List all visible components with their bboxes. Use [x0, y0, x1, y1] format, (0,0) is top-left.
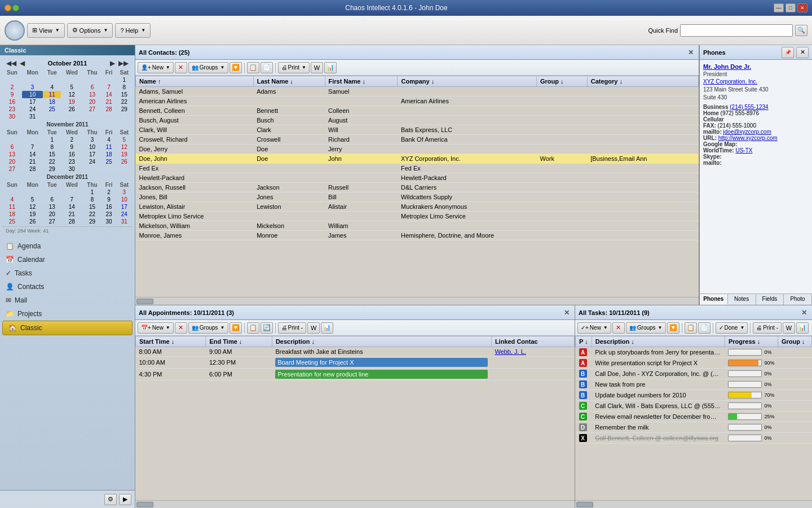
task-row[interactable]: B Update budget numbers for 2010 70% [576, 390, 812, 401]
col-company[interactable]: Company ↓ [398, 76, 537, 87]
appointments-copy2-button[interactable]: 📋 [247, 322, 259, 334]
cal-day[interactable]: 31 [22, 113, 43, 120]
cal-day[interactable]: 18 [43, 98, 61, 106]
contact-row[interactable]: Lewiston, Alistair Lewiston Alistair Muc… [136, 202, 699, 212]
task-row[interactable]: B New task from pre 0% [576, 379, 812, 390]
appointments-scrollbar-thumb[interactable] [136, 502, 153, 507]
cal-day[interactable]: 28 [61, 218, 82, 225]
cal-day[interactable]: 22 [116, 98, 133, 106]
cal-day[interactable]: 25 [102, 158, 116, 165]
task-row[interactable]: A Pick up storyboards from Jerry for pre… [576, 347, 812, 358]
cal-day[interactable]: 28 [102, 106, 116, 113]
email-link[interactable]: jdoe@xyzcorp.com [723, 129, 771, 135]
tasks-new-button[interactable]: ✓+ New ▼ [577, 322, 611, 334]
contacts-scrollbar[interactable] [135, 297, 699, 305]
sidebar-item-contacts[interactable]: 👤 Contacts [0, 280, 135, 294]
task-row[interactable]: B Call Doe, John - XYZ Corporation, Inc.… [576, 369, 812, 379]
cal-day[interactable]: 14 [61, 203, 82, 211]
prev-month-single-button[interactable]: ◀ [18, 59, 27, 68]
cal-day[interactable]: 7 [102, 84, 116, 91]
cal-day[interactable]: 18 [102, 151, 116, 158]
contacts-close-button[interactable]: ✕ [686, 48, 695, 57]
contact-row[interactable]: Doe, John Doe John XYZ Corporation, Inc.… [136, 154, 699, 164]
cal-day[interactable]: 24 [83, 158, 102, 165]
view-menu-button[interactable]: ⊞ View ▼ [27, 23, 65, 38]
cal-day[interactable]: 23 [61, 158, 82, 165]
cal-day[interactable]: 29 [83, 218, 102, 225]
task-row[interactable]: C Call Clark, Will - Bats Express, LLC @… [576, 401, 812, 411]
cal-day[interactable]: 21 [22, 158, 43, 165]
cal-day[interactable]: 5 [22, 196, 43, 203]
cal-day[interactable]: 20 [43, 211, 61, 218]
tasks-scrollbar-thumb[interactable] [576, 502, 593, 507]
cal-day[interactable]: 3 [83, 136, 102, 143]
tab-fields[interactable]: Fields [756, 294, 784, 305]
prev-month-button[interactable]: ◀◀ [5, 59, 18, 68]
contacts-word-button[interactable]: W [311, 62, 323, 73]
cal-day[interactable]: 22 [83, 211, 102, 218]
contacts-paste-button[interactable]: 📄 [261, 62, 273, 73]
contact-row[interactable]: American Airlines American Airlines [136, 97, 699, 106]
appointments-sync-button[interactable]: 🔄 [261, 322, 273, 334]
appt-col-start[interactable]: Start Time ↓ [136, 336, 206, 347]
cal-day[interactable]: 15 [83, 203, 102, 211]
contacts-print-button[interactable]: 🖨 Print ▼ [278, 62, 310, 73]
cal-day[interactable]: 6 [2, 143, 22, 151]
cal-day[interactable]: 17 [116, 203, 133, 211]
col-firstname[interactable]: First Name ↓ [325, 76, 398, 87]
tab-photo[interactable]: Photo [784, 294, 812, 305]
appointments-scrollbar[interactable] [135, 500, 575, 508]
phones-pin-button[interactable]: 📌 [782, 47, 794, 58]
cal-day[interactable]: 20 [83, 98, 102, 106]
appt-row[interactable]: 8:00 AM 9:00 AM Breakfast with Jake at E… [136, 347, 575, 357]
cal-day[interactable]: 30 [102, 218, 116, 225]
cal-day[interactable]: 11 [102, 143, 116, 151]
tasks-close-button[interactable]: ✕ [800, 308, 809, 317]
cal-day[interactable]: 16 [2, 98, 22, 106]
contact-row[interactable]: Croswell, Richard Croswell Richard Bank … [136, 135, 699, 144]
contacts-new-button[interactable]: 👤+ New ▼ [138, 62, 174, 73]
cal-day[interactable]: 13 [2, 151, 22, 158]
tasks-print-button[interactable]: 🖨 Print - [753, 322, 782, 334]
sidebar-item-agenda[interactable]: 📋 Agenda [0, 239, 135, 253]
appt-row[interactable]: 10:00 AM 12:30 PM Board Meeting for Proj… [136, 357, 575, 369]
cal-day[interactable]: 26 [61, 106, 82, 113]
contact-row[interactable]: Adams, Samuel Adams Samuel [136, 87, 699, 97]
cal-day[interactable]: 5 [116, 136, 133, 143]
sidebar-item-classic[interactable]: 🏠 Classic [2, 321, 133, 335]
task-col-desc[interactable]: Description ↓ [592, 336, 725, 347]
cal-day[interactable]: 24 [22, 106, 43, 113]
cal-day[interactable]: 5 [61, 84, 82, 91]
cal-day[interactable]: 3 [116, 189, 133, 196]
help-menu-button[interactable]: ? Help ▼ [115, 23, 151, 38]
cal-day[interactable]: 27 [43, 218, 61, 225]
cal-day[interactable]: 8 [116, 84, 133, 91]
task-row[interactable]: C Review email newsletter for December f… [576, 411, 812, 422]
cal-today[interactable]: 10 [22, 91, 43, 98]
cal-day[interactable]: 28 [22, 165, 43, 173]
cal-day[interactable]: 30 [61, 165, 82, 173]
cal-day[interactable]: 14 [22, 151, 43, 158]
cal-day[interactable]: 21 [102, 98, 116, 106]
cal-day[interactable]: 9 [2, 91, 22, 98]
tasks-groups-button[interactable]: 👥 Groups ▼ [626, 322, 666, 334]
cal-day[interactable]: 17 [83, 151, 102, 158]
cal-day[interactable]: 22 [43, 158, 61, 165]
url-link[interactable]: http://www.xyzcorp.com [718, 135, 778, 141]
cal-day[interactable]: 4 [43, 84, 61, 91]
cal-day[interactable]: 12 [61, 91, 82, 98]
appointments-new-button[interactable]: 📅+ New ▼ [138, 322, 174, 334]
cal-day[interactable]: 27 [83, 106, 102, 113]
tasks-filter-button[interactable]: 🔽 [667, 322, 679, 334]
cal-day[interactable]: 4 [102, 136, 116, 143]
appointments-export-button[interactable]: 📊 [321, 322, 333, 334]
contact-row[interactable]: Fed Ex Fed Ex [136, 164, 699, 173]
cal-day[interactable]: 2 [102, 189, 116, 196]
tasks-table-scroll[interactable]: P ↓ Description ↓ Progress ↓ Group ↓ A P… [575, 336, 812, 500]
cal-selected-day[interactable]: 11 [43, 91, 61, 98]
quick-find-input[interactable] [680, 24, 793, 37]
task-col-group[interactable]: Group ↓ [778, 336, 812, 347]
appt-col-contact[interactable]: Linked Contac [491, 336, 574, 347]
appointments-groups-button[interactable]: 👥 Groups ▼ [188, 322, 228, 334]
appointments-table-scroll[interactable]: Start Time ↓ End Time ↓ Description ↓ Li… [135, 336, 575, 500]
